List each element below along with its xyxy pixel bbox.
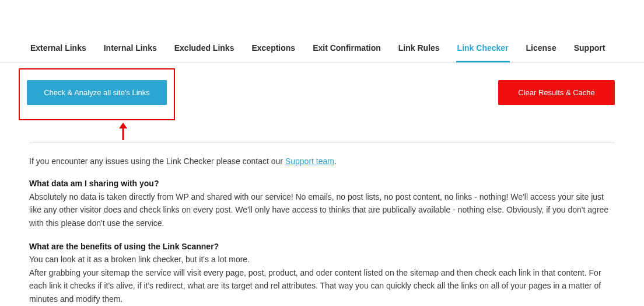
annotation-highlight: Check & Analyze all site's Links	[19, 68, 175, 120]
divider	[29, 142, 615, 143]
intro-after: .	[334, 157, 337, 166]
tab-excluded-links[interactable]: Excluded Links	[173, 35, 236, 62]
support-link[interactable]: Support team	[285, 157, 334, 166]
section-body-line: You can look at it as a broken link chec…	[29, 255, 250, 264]
right-button-wrap: Clear Results & Cache	[498, 68, 615, 105]
section-body: Absolutely no data is taken directly fro…	[29, 192, 608, 228]
section-heading: What are the benefits of using the Link …	[29, 242, 219, 251]
tab-exceptions[interactable]: Exceptions	[250, 35, 296, 62]
section-data-sharing: What data am I sharing with you? Absolut…	[29, 177, 615, 230]
tab-support[interactable]: Support	[573, 35, 607, 62]
action-row: Check & Analyze all site's Links Clear R…	[0, 68, 644, 140]
tab-external-links[interactable]: External Links	[29, 35, 88, 62]
clear-results-button[interactable]: Clear Results & Cache	[498, 80, 615, 105]
tab-link-checker[interactable]: Link Checker	[456, 35, 510, 62]
tab-link-rules[interactable]: Link Rules	[397, 35, 441, 62]
tab-license[interactable]: License	[525, 35, 558, 62]
check-analyze-button[interactable]: Check & Analyze all site's Links	[27, 80, 167, 105]
annotation-arrow-icon	[118, 123, 175, 140]
section-heading: What data am I sharing with you?	[29, 179, 159, 188]
tab-internal-links[interactable]: Internal Links	[103, 35, 158, 62]
tab-bar: External Links Internal Links Excluded L…	[0, 35, 644, 62]
intro-before: If you encounter any issues using the Li…	[29, 157, 285, 166]
highlight-wrap: Check & Analyze all site's Links	[29, 68, 175, 140]
intro-text: If you encounter any issues using the Li…	[29, 155, 615, 168]
content-area: If you encounter any issues using the Li…	[0, 155, 644, 306]
section-benefits: What are the benefits of using the Link …	[29, 240, 615, 306]
section-body-line: After grabbing your sitemap the service …	[29, 268, 601, 304]
svg-marker-1	[119, 123, 127, 128]
tab-exit-confirmation[interactable]: Exit Confirmation	[312, 35, 382, 62]
